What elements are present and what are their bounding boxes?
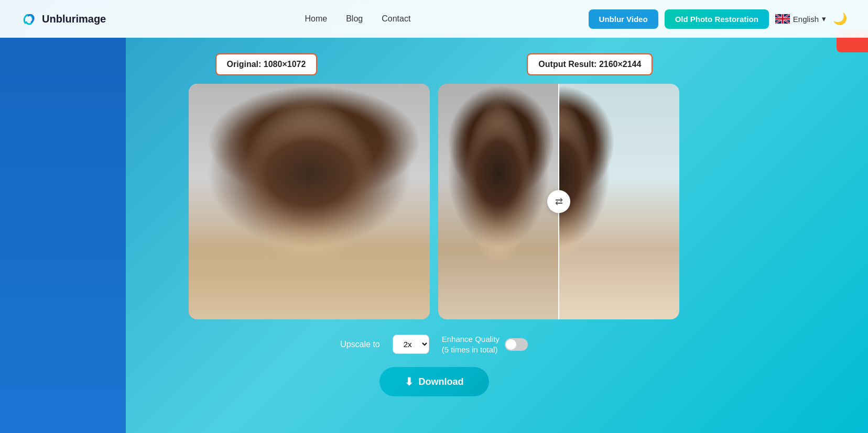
output-badge: Output Result: 2160×2144 — [527, 53, 653, 75]
enhance-quality-toggle[interactable] — [505, 338, 528, 351]
download-button[interactable]: ⬇ Download — [379, 367, 489, 396]
flag-icon — [775, 14, 790, 24]
upscale-label: Upscale to — [340, 340, 380, 349]
main-nav: Home Blog Contact — [127, 14, 588, 24]
enhance-quality-group: Enhance Quality (5 times in total) — [442, 334, 528, 354]
language-label: English — [793, 15, 819, 24]
swap-icon: ⇄ — [555, 196, 563, 207]
enhance-quality-label: Enhance Quality (5 times in total) — [442, 334, 500, 354]
info-row: Original: 1080×1072 Output Result: 2160×… — [182, 53, 686, 75]
controls-row: Upscale to 2x 1x 4x Enhance Quality (5 t… — [340, 334, 528, 354]
old-photo-restoration-button[interactable]: Old Photo Restoration — [665, 9, 769, 29]
logo-area: Unblurimage — [21, 10, 106, 27]
original-badge: Original: 1080×1072 — [215, 53, 318, 75]
split-compare-container[interactable]: ⇄ — [438, 84, 679, 319]
nav-blog[interactable]: Blog — [346, 14, 363, 24]
original-image — [189, 84, 430, 319]
logo-text: Unblurimage — [42, 13, 106, 25]
output-image-panel: ⇄ — [438, 84, 679, 319]
left-sidebar-bg — [0, 38, 126, 433]
theme-toggle-button[interactable]: 🌙 — [832, 12, 847, 26]
chevron-down-icon: ▾ — [822, 14, 826, 24]
original-image-panel — [189, 84, 430, 319]
header: Unblurimage Home Blog Contact Unblur Vid… — [0, 0, 868, 38]
split-handle[interactable]: ⇄ — [547, 190, 570, 213]
logo-icon — [21, 10, 38, 27]
split-before-half — [438, 84, 559, 319]
upscale-select[interactable]: 2x 1x 4x — [393, 335, 429, 354]
unblur-video-button[interactable]: Unblur Video — [589, 9, 658, 29]
nav-home[interactable]: Home — [305, 14, 327, 24]
split-after-half — [559, 84, 679, 319]
comparison-container: ⇄ — [182, 84, 686, 319]
download-label: Download — [419, 376, 464, 387]
main-content: Original: 1080×1072 Output Result: 2160×… — [0, 38, 868, 417]
download-icon: ⬇ — [405, 375, 414, 388]
nav-contact[interactable]: Contact — [382, 14, 410, 24]
header-actions: Unblur Video Old Photo Restoration Engli… — [589, 9, 847, 29]
language-selector[interactable]: English ▾ — [775, 14, 826, 24]
original-photo-bg — [189, 84, 430, 319]
